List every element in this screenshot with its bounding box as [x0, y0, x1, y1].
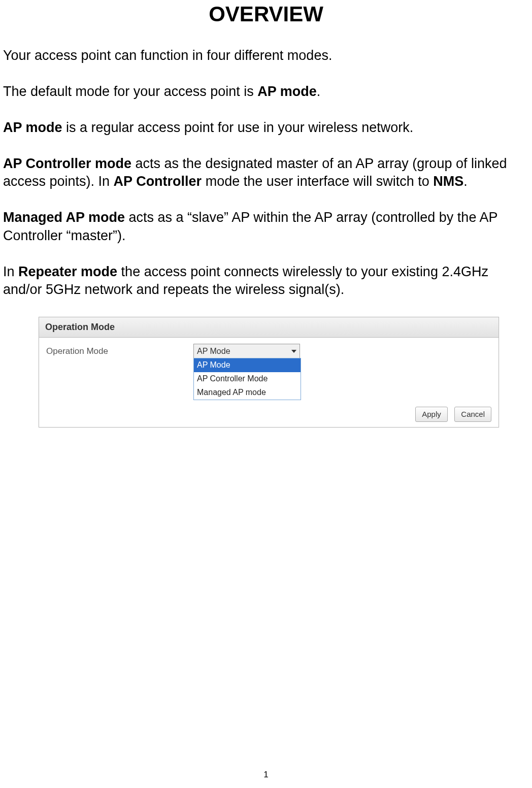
document-body: Your access point can function in four d… — [0, 47, 532, 428]
managed-ap-mode-bold: Managed AP mode — [3, 210, 125, 225]
text: In — [3, 264, 18, 279]
intro-paragraph: Your access point can function in four d… — [3, 47, 529, 64]
default-mode-paragraph: The default mode for your access point i… — [3, 83, 529, 101]
cancel-button[interactable]: Cancel — [454, 407, 491, 422]
ap-controller-bold: AP Controller — [114, 174, 202, 189]
panel-header: Operation Mode — [39, 317, 498, 338]
select-option-ap-mode[interactable]: AP Mode — [194, 358, 301, 372]
text: mode the user interface will switch to — [202, 174, 433, 189]
managed-ap-paragraph: Managed AP mode acts as a “slave” AP wit… — [3, 209, 529, 244]
ap-mode-bold: AP mode — [257, 84, 317, 99]
ap-mode-bold: AP mode — [3, 120, 62, 135]
select-selected-value[interactable]: AP Mode — [193, 344, 300, 359]
text: . — [463, 174, 468, 189]
operation-mode-select[interactable]: AP Mode AP Mode AP Controller Mode Manag… — [193, 344, 300, 359]
text: . — [317, 84, 321, 99]
nms-bold: NMS — [433, 174, 463, 189]
ap-mode-paragraph: AP mode is a regular access point for us… — [3, 119, 529, 137]
operation-mode-label: Operation Mode — [46, 344, 127, 357]
apply-button[interactable]: Apply — [415, 407, 448, 422]
repeater-mode-bold: Repeater mode — [18, 264, 117, 279]
text: The default mode for your access point i… — [3, 84, 257, 99]
operation-mode-panel: Operation Mode Operation Mode AP Mode AP… — [39, 317, 499, 428]
page-number: 1 — [0, 770, 532, 780]
ap-controller-mode-bold: AP Controller mode — [3, 156, 131, 171]
text: is a regular access point for use in you… — [62, 120, 414, 135]
page-title: OVERVIEW — [0, 0, 532, 26]
repeater-paragraph: In Repeater mode the access point connec… — [3, 263, 529, 299]
select-dropdown: AP Mode AP Controller Mode Managed AP mo… — [193, 358, 301, 400]
ap-controller-paragraph: AP Controller mode acts as the designate… — [3, 155, 529, 190]
select-option-ap-controller-mode[interactable]: AP Controller Mode — [194, 372, 301, 386]
select-option-managed-ap-mode[interactable]: Managed AP mode — [194, 386, 301, 400]
